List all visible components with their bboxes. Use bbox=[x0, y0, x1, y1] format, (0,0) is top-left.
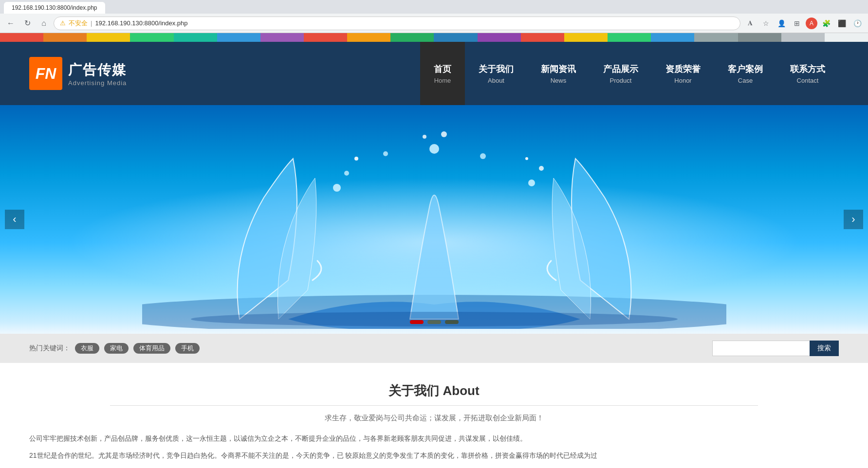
logo-en: Advertising Media bbox=[68, 79, 127, 87]
address-separator: | bbox=[91, 19, 92, 27]
history-icon[interactable]: 🕐 bbox=[850, 17, 864, 30]
profile-icon[interactable]: 👤 bbox=[775, 17, 788, 30]
bookmark-bar bbox=[0, 33, 868, 42]
bookmark-star-icon[interactable]: ☆ bbox=[759, 17, 773, 30]
section-divider bbox=[110, 405, 757, 406]
svg-point-7 bbox=[528, 180, 535, 186]
about-title: 关于我们 About bbox=[29, 382, 839, 399]
nav-honor-cn: 资质荣誉 bbox=[665, 63, 701, 75]
tab-title: 192.168.190.130:8800/index.php bbox=[12, 4, 97, 11]
keyword-tag-clothing[interactable]: 衣服 bbox=[75, 343, 99, 354]
browser-right-icons: 𝐀 ☆ 👤 ⊞ A 🧩 ⬛ 🕐 bbox=[743, 17, 864, 30]
nav-honor-en: Honor bbox=[674, 77, 691, 84]
logo-area: FN 广告传媒 Advertising Media bbox=[29, 57, 127, 90]
about-text-2: 21世纪是合作的世纪。尤其是市场经济时代，竞争日趋白热化。令商界不能不关注的是，… bbox=[29, 450, 839, 462]
slider-dot-2[interactable] bbox=[427, 320, 441, 324]
slider-dot-3[interactable] bbox=[445, 320, 459, 324]
hero-slider: ‹ › bbox=[0, 105, 868, 334]
download-icon[interactable]: ⬛ bbox=[835, 17, 849, 30]
avatar-icon[interactable]: A bbox=[806, 18, 817, 29]
nav-item-honor[interactable]: 资质荣誉 Honor bbox=[652, 42, 714, 105]
nav-about-en: About bbox=[488, 77, 504, 84]
about-section: 关于我们 About 求生存，敬业爱岗与公司共命运；谋发展，开拓进取创企业新局面… bbox=[0, 363, 868, 468]
svg-point-2 bbox=[344, 171, 349, 176]
slider-dot-1[interactable] bbox=[410, 320, 424, 324]
home-button[interactable]: ⌂ bbox=[37, 17, 51, 30]
svg-point-12 bbox=[191, 312, 678, 326]
nav-item-news[interactable]: 新闻资讯 News bbox=[527, 42, 590, 105]
svg-point-3 bbox=[354, 157, 358, 161]
insecure-label: 不安全 bbox=[69, 19, 88, 28]
water-splash-container bbox=[0, 105, 868, 334]
extension-icon[interactable]: 🧩 bbox=[819, 17, 833, 30]
nav-contact-cn: 联系方式 bbox=[790, 63, 825, 75]
search-input[interactable] bbox=[712, 341, 810, 356]
logo-cn: 广告传媒 bbox=[68, 61, 127, 79]
svg-point-5 bbox=[441, 131, 447, 137]
website: FN 广告传媒 Advertising Media 首页 Home 关于我们 A… bbox=[0, 42, 868, 468]
slider-dots bbox=[410, 320, 459, 324]
nav-item-product[interactable]: 产品展示 Product bbox=[590, 42, 652, 105]
back-button[interactable]: ← bbox=[4, 17, 18, 30]
refresh-button[interactable]: ↻ bbox=[20, 17, 34, 30]
browser-tabs: 192.168.190.130:8800/index.php bbox=[0, 0, 868, 14]
svg-point-11 bbox=[480, 153, 486, 159]
keyword-tag-sports[interactable]: 体育用品 bbox=[133, 343, 170, 354]
keyword-label: 热门关键词： bbox=[29, 344, 70, 353]
nav-item-contact[interactable]: 联系方式 Contact bbox=[776, 42, 839, 105]
keyword-tag-phone[interactable]: 手机 bbox=[175, 343, 200, 354]
search-box: 搜索 bbox=[712, 341, 839, 356]
slider-next-button[interactable]: › bbox=[844, 210, 863, 229]
svg-point-10 bbox=[383, 151, 388, 156]
browser-chrome: 192.168.190.130:8800/index.php ← ↻ ⌂ ⚠ 不… bbox=[0, 0, 868, 42]
search-button[interactable]: 搜索 bbox=[810, 341, 839, 356]
svg-point-9 bbox=[525, 157, 528, 160]
keyword-tag-appliance[interactable]: 家电 bbox=[104, 343, 129, 354]
active-tab[interactable]: 192.168.190.130:8800/index.php bbox=[4, 2, 105, 14]
site-header: FN 广告传媒 Advertising Media 首页 Home 关于我们 A… bbox=[0, 42, 868, 105]
nav-product-en: Product bbox=[610, 77, 632, 84]
nav-news-cn: 新闻资讯 bbox=[541, 63, 576, 75]
security-warning: ⚠ bbox=[60, 19, 66, 27]
font-size-icon[interactable]: 𝐀 bbox=[743, 17, 757, 30]
search-section: 热门关键词： 衣服 家电 体育用品 手机 搜索 bbox=[0, 334, 868, 363]
nav-item-home[interactable]: 首页 Home bbox=[420, 42, 465, 105]
water-splash-svg bbox=[142, 110, 726, 329]
svg-point-4 bbox=[429, 144, 439, 154]
hot-keywords: 热门关键词： 衣服 家电 体育用品 手机 bbox=[29, 343, 200, 354]
nav-about-cn: 关于我们 bbox=[479, 63, 514, 75]
nav-home-cn: 首页 bbox=[434, 63, 451, 75]
nav-menu: 首页 Home 关于我们 About 新闻资讯 News 产品展示 Produc… bbox=[420, 42, 839, 105]
about-subtitle: 求生存，敬业爱岗与公司共命运；谋发展，开拓进取创企业新局面！ bbox=[29, 414, 839, 423]
nav-item-about[interactable]: 关于我们 About bbox=[465, 42, 527, 105]
svg-point-6 bbox=[423, 135, 426, 139]
svg-point-1 bbox=[333, 184, 341, 192]
nav-case-cn: 客户案例 bbox=[728, 63, 763, 75]
nav-contact-en: Contact bbox=[797, 77, 819, 84]
grid-icon[interactable]: ⊞ bbox=[790, 17, 804, 30]
nav-news-en: News bbox=[551, 77, 567, 84]
logo-fn: FN bbox=[29, 57, 62, 90]
address-bar[interactable]: ⚠ 不安全 | 192.168.190.130:8800/index.php bbox=[54, 17, 740, 30]
slider-prev-button[interactable]: ‹ bbox=[5, 210, 24, 229]
nav-case-en: Case bbox=[738, 77, 753, 84]
about-text-1: 公司牢牢把握技术创新，产品创品牌，服务创优质，这一永恒主题，以诚信为立企之本，不… bbox=[29, 432, 839, 445]
svg-point-8 bbox=[539, 166, 544, 171]
nav-item-case[interactable]: 客户案例 Case bbox=[714, 42, 776, 105]
nav-home-en: Home bbox=[434, 77, 451, 84]
nav-product-cn: 产品展示 bbox=[603, 63, 638, 75]
logo-text: 广告传媒 Advertising Media bbox=[68, 61, 127, 87]
address-url: 192.168.190.130:8800/index.php bbox=[95, 19, 187, 27]
browser-toolbar: ← ↻ ⌂ ⚠ 不安全 | 192.168.190.130:8800/index… bbox=[0, 14, 868, 33]
